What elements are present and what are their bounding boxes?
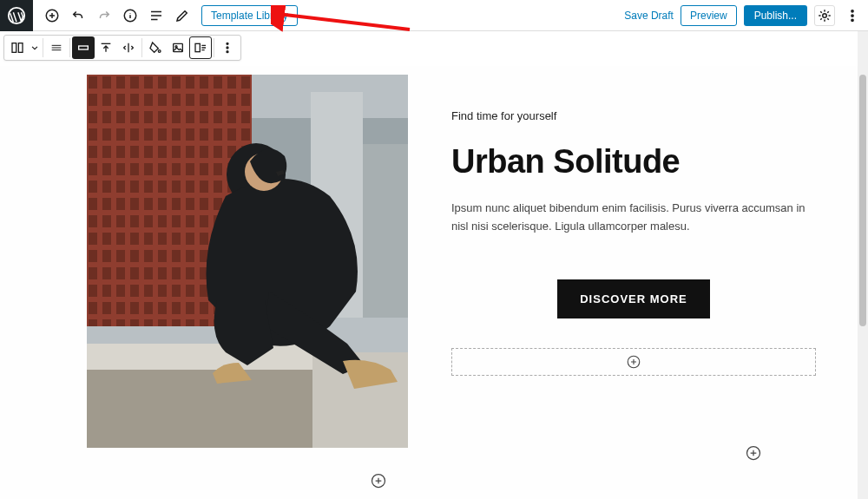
- align-v-top-icon[interactable]: [95, 36, 117, 59]
- add-icon: [626, 354, 641, 370]
- info-icon[interactable]: [120, 5, 141, 26]
- more-options-icon[interactable]: [216, 36, 239, 59]
- preview-button[interactable]: Preview: [681, 5, 737, 26]
- topbar-right-tools: Save Draft Preview Publish...: [624, 5, 868, 26]
- paint-bucket-icon[interactable]: [144, 36, 167, 59]
- align-h-center-icon[interactable]: [117, 36, 140, 59]
- more-vertical-icon[interactable]: [842, 5, 863, 26]
- chevron-down-icon[interactable]: [29, 36, 41, 59]
- topbar-left-tools: [33, 5, 201, 26]
- settings-gear-icon[interactable]: [814, 5, 835, 26]
- template-library-button[interactable]: Template Library: [201, 5, 298, 26]
- hero-block[interactable]: Find time for yourself Urban Solitude Ip…: [87, 75, 833, 448]
- block-toolbar: [3, 35, 241, 61]
- svg-rect-8: [18, 43, 23, 53]
- svg-point-10: [158, 50, 161, 53]
- save-draft-link[interactable]: Save Draft: [624, 10, 674, 22]
- svg-rect-7: [12, 43, 16, 53]
- body-text[interactable]: Ipsum nunc aliquet bibendum enim facilis…: [451, 200, 816, 236]
- vertical-scrollbar[interactable]: [858, 31, 868, 499]
- svg-point-16: [227, 51, 228, 53]
- image-icon[interactable]: [167, 36, 189, 59]
- media-text-icon[interactable]: [189, 36, 212, 59]
- cta-button[interactable]: DISCOVER MORE: [557, 279, 710, 318]
- hero-content: Find time for yourself Urban Solitude Ip…: [451, 75, 833, 448]
- tagline-text[interactable]: Find time for yourself: [451, 109, 816, 122]
- wordpress-icon: [7, 6, 26, 25]
- svg-point-15: [227, 47, 228, 49]
- outline-icon[interactable]: [146, 5, 167, 26]
- editor-topbar: Template Library Save Draft Preview Publ…: [0, 0, 868, 31]
- scrollbar-thumb[interactable]: [859, 75, 866, 326]
- redo-button[interactable]: [94, 5, 115, 26]
- svg-point-4: [852, 10, 853, 11]
- svg-point-3: [823, 13, 827, 17]
- svg-rect-13: [195, 43, 200, 51]
- svg-rect-9: [79, 46, 89, 49]
- add-block-right[interactable]: [744, 443, 763, 463]
- add-block-dashed[interactable]: [451, 348, 816, 376]
- drag-handle-icon[interactable]: [45, 36, 68, 59]
- publish-button[interactable]: Publish...: [744, 5, 807, 26]
- editor-canvas[interactable]: Find time for yourself Urban Solitude Ip…: [0, 66, 858, 499]
- headline-text[interactable]: Urban Solitude: [451, 143, 816, 181]
- svg-rect-27: [87, 370, 312, 448]
- undo-button[interactable]: [68, 5, 89, 26]
- columns-icon[interactable]: [6, 36, 29, 59]
- edit-icon[interactable]: [172, 5, 193, 26]
- wp-logo[interactable]: [0, 0, 33, 31]
- hero-image[interactable]: [87, 75, 408, 448]
- add-block-button[interactable]: [42, 5, 62, 26]
- svg-rect-26: [87, 344, 312, 370]
- svg-rect-24: [363, 144, 408, 318]
- svg-point-14: [227, 43, 228, 44]
- svg-point-6: [852, 19, 853, 21]
- align-full-width-icon[interactable]: [72, 36, 95, 59]
- add-block-below[interactable]: [369, 471, 388, 490]
- svg-point-5: [852, 14, 853, 16]
